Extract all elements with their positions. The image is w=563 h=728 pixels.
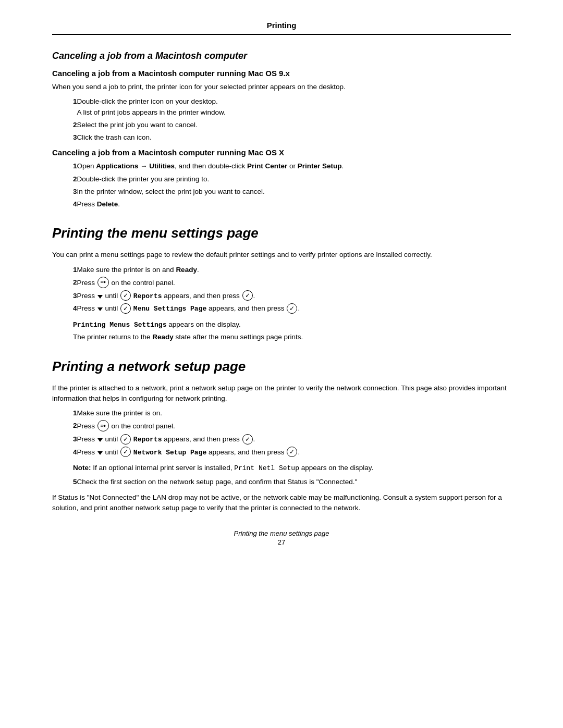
list-item: 5 Check the first section on the network… xyxy=(52,477,511,487)
list-item: 3 Click the trash can icon. xyxy=(52,132,511,143)
step-content: Make sure the printer is on. xyxy=(77,408,511,418)
subsection1-intro: When you send a job to print, the printe… xyxy=(52,82,511,92)
list-item: 3 In the printer window, select the prin… xyxy=(52,187,511,197)
step-num: 3 xyxy=(52,132,77,143)
section3-title: Printing a network setup page xyxy=(52,359,511,375)
network-steps: 1 Make sure the printer is on. 2 Press ≡… xyxy=(52,408,511,458)
page-footer: Printing the menu settings page 27 xyxy=(0,529,563,546)
list-item: 2 Press ≡● on the control panel. xyxy=(52,277,511,289)
section2-intro: You can print a menu settings page to re… xyxy=(52,250,511,260)
step-content: Press until ✓ Network Setup Page appears… xyxy=(77,447,511,458)
list-item: 1 Make sure the printer is on and Ready. xyxy=(52,265,511,275)
step-content: Check the first section on the network s… xyxy=(77,477,511,487)
checkmark-icon: ✓ xyxy=(120,434,131,445)
step-content: Press until ✓ Menu Settings Page appears… xyxy=(77,303,511,314)
step-num: 3 xyxy=(52,291,77,301)
subsection2-title: Canceling a job from a Macintosh compute… xyxy=(52,148,511,157)
step-content: Select the print job you want to cancel. xyxy=(77,120,511,130)
page-header: Printing xyxy=(52,21,511,35)
step-num: 3 xyxy=(52,434,77,445)
list-item: 2 Press ≡● on the control panel. xyxy=(52,421,511,432)
step-content: Double-click the printer you are printin… xyxy=(77,174,511,184)
menu-icon: ≡● xyxy=(97,277,109,288)
footer-body-text: If Status is "Not Connected" the LAN dro… xyxy=(52,492,511,514)
header-title: Printing xyxy=(267,21,297,30)
step-num: 1 xyxy=(52,161,77,171)
step-num: 1 xyxy=(52,96,77,107)
step-content: Click the trash can icon. xyxy=(77,132,511,143)
section-canceling: Canceling a job from a Macintosh compute… xyxy=(52,51,511,209)
subsection1-title: Canceling a job from a Macintosh compute… xyxy=(52,69,511,78)
list-item: 1 Open Applications → Utilities, and the… xyxy=(52,161,511,171)
network-steps-cont: 5 Check the first section on the network… xyxy=(52,477,511,487)
checkmark-icon: ✓ xyxy=(120,447,131,457)
subsection-macosx: Canceling a job from a Macintosh compute… xyxy=(52,148,511,209)
step-content: Press Delete. xyxy=(77,199,511,209)
step-content: Press ≡● on the control panel. xyxy=(77,421,511,432)
step-num: 5 xyxy=(52,477,77,487)
section-network-setup: Printing a network setup page If the pri… xyxy=(52,359,511,514)
step-content: Press ≡● on the control panel. xyxy=(77,277,511,289)
page: Printing Canceling a job from a Macintos… xyxy=(0,0,563,562)
step-num: 4 xyxy=(52,447,77,458)
list-item: 3 Press until ✓ Reports appears, and the… xyxy=(52,434,511,445)
menu-steps: 1 Make sure the printer is on and Ready.… xyxy=(52,265,511,314)
list-item: 1 Double-click the printer icon on your … xyxy=(52,96,511,118)
checkmark-icon: ✓ xyxy=(120,303,131,314)
step-content: Double-click the printer icon on your de… xyxy=(77,96,511,118)
step-num: 2 xyxy=(52,277,77,288)
step-content: Press until ✓ Reports appears, and then … xyxy=(77,434,511,445)
section2-title: Printing the menu settings page xyxy=(52,225,511,241)
arrow-down-icon xyxy=(97,438,103,442)
list-item: 2 Select the print job you want to cance… xyxy=(52,120,511,130)
checkmark-icon: ✓ xyxy=(287,447,297,457)
checkmark-icon: ✓ xyxy=(287,303,297,314)
list-item: 4 Press Delete. xyxy=(52,199,511,209)
display-text2: The printer returns to the Ready state a… xyxy=(52,332,511,342)
note-text: Note: If an optional internal print serv… xyxy=(52,463,511,474)
step-num: 4 xyxy=(52,303,77,314)
menu-icon: ≡● xyxy=(97,420,109,431)
footer-page: 27 xyxy=(0,538,563,546)
arrow-down-icon xyxy=(97,295,103,299)
list-item: 4 Press until ✓ Network Setup Page appea… xyxy=(52,447,511,458)
section3-intro: If the printer is attached to a network,… xyxy=(52,383,511,404)
step-num: 3 xyxy=(52,187,77,197)
checkmark-icon: ✓ xyxy=(120,290,131,301)
checkmark-icon: ✓ xyxy=(242,434,253,445)
list-item: 3 Press until ✓ Reports appears, and the… xyxy=(52,291,511,302)
step-num: 4 xyxy=(52,199,77,209)
subsection-mac9: Canceling a job from a Macintosh compute… xyxy=(52,69,511,143)
step-content: Press until ✓ Reports appears, and then … xyxy=(77,291,511,302)
step-content: Make sure the printer is on and Ready. xyxy=(77,265,511,275)
step-content: In the printer window, select the print … xyxy=(77,187,511,197)
step-num: 2 xyxy=(52,421,77,431)
section-menu-settings: Printing the menu settings page You can … xyxy=(52,225,511,342)
display-text1: Printing Menus Settings appears on the d… xyxy=(52,319,511,330)
arrow-down-icon xyxy=(97,307,103,311)
step-num: 2 xyxy=(52,120,77,130)
checkmark-icon: ✓ xyxy=(242,290,253,301)
mac9-steps: 1 Double-click the printer icon on your … xyxy=(52,96,511,143)
macosx-steps: 1 Open Applications → Utilities, and the… xyxy=(52,161,511,209)
step-num: 1 xyxy=(52,265,77,275)
step-content: Open Applications → Utilities, and then … xyxy=(77,161,511,171)
section1-title: Canceling a job from a Macintosh compute… xyxy=(52,51,511,61)
step-num: 2 xyxy=(52,174,77,184)
list-item: 4 Press until ✓ Menu Settings Page appea… xyxy=(52,303,511,314)
arrow-down-icon xyxy=(97,451,103,455)
step-num: 1 xyxy=(52,408,77,418)
list-item: 1 Make sure the printer is on. xyxy=(52,408,511,418)
footer-label: Printing the menu settings page xyxy=(0,529,563,537)
list-item: 2 Double-click the printer you are print… xyxy=(52,174,511,184)
